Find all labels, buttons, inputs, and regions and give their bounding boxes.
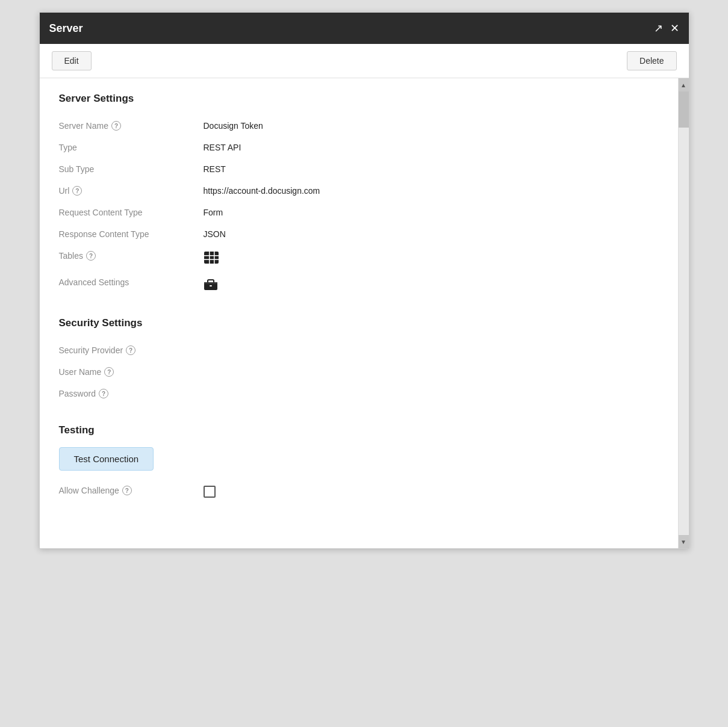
field-row-sub-type: Sub Type REST — [59, 159, 659, 181]
label-password: Password ? — [59, 389, 204, 398]
label-allow-challenge: Allow Challenge ? — [59, 486, 204, 495]
label-response-content-type: Response Content Type — [59, 229, 204, 239]
value-server-name: Docusign Token — [204, 121, 659, 131]
server-settings-section: Server Settings Server Name ? Docusign T… — [59, 93, 659, 298]
server-settings-title: Server Settings — [59, 93, 659, 105]
scrollbar: ▲ ▼ — [678, 78, 689, 548]
window-title: Server — [49, 22, 83, 35]
field-row-allow-challenge: Allow Challenge ? — [59, 480, 659, 505]
briefcase-svg — [204, 277, 218, 291]
field-row-security-provider: Security Provider ? — [59, 340, 659, 362]
scrollbar-thumb[interactable] — [679, 91, 689, 128]
toolbar: Edit Delete — [40, 44, 689, 78]
title-bar: Server ↗ ✕ — [40, 13, 689, 44]
svg-rect-2 — [204, 259, 219, 261]
label-url: Url ? — [59, 186, 204, 196]
server-settings-fields: Server Name ? Docusign Token Type REST A… — [59, 116, 659, 298]
testing-section: Testing Test Connection Allow Challenge … — [59, 424, 659, 505]
svg-rect-8 — [210, 285, 212, 286]
test-connection-button[interactable]: Test Connection — [59, 447, 154, 471]
content-area: Server Settings Server Name ? Docusign T… — [40, 78, 689, 548]
value-sub-type: REST — [204, 164, 659, 174]
field-row-user-name: User Name ? — [59, 362, 659, 383]
help-icon-security-provider[interactable]: ? — [126, 345, 135, 355]
value-allow-challenge — [204, 486, 659, 500]
label-tables: Tables ? — [59, 251, 204, 261]
value-tables[interactable] — [204, 251, 659, 267]
window-controls: ↗ ✕ — [654, 23, 679, 34]
scrollbar-track[interactable] — [679, 91, 689, 535]
help-icon-user-name[interactable]: ? — [104, 367, 114, 377]
field-row-tables: Tables ? — [59, 246, 659, 272]
edit-button[interactable]: Edit — [52, 51, 92, 70]
briefcase-icon[interactable] — [204, 280, 218, 293]
svg-rect-4 — [214, 252, 215, 264]
delete-button[interactable]: Delete — [627, 51, 676, 70]
field-row-advanced-settings: Advanced Settings — [59, 272, 659, 298]
svg-rect-3 — [209, 252, 210, 264]
allow-challenge-checkbox[interactable] — [204, 486, 216, 498]
main-content: Server Settings Server Name ? Docusign T… — [40, 78, 678, 548]
field-row-server-name: Server Name ? Docusign Token — [59, 116, 659, 137]
tables-icon[interactable] — [204, 252, 219, 267]
label-type: Type — [59, 143, 204, 152]
value-request-content-type: Form — [204, 208, 659, 217]
scroll-down-arrow[interactable]: ▼ — [679, 535, 689, 548]
label-server-name: Server Name ? — [59, 121, 204, 131]
value-url: https://account-d.docusign.com — [204, 186, 659, 196]
scroll-up-arrow[interactable]: ▲ — [679, 78, 689, 91]
help-icon-tables[interactable]: ? — [86, 251, 96, 261]
label-sub-type: Sub Type — [59, 164, 204, 174]
label-request-content-type: Request Content Type — [59, 208, 204, 217]
label-security-provider: Security Provider ? — [59, 345, 204, 355]
label-user-name: User Name ? — [59, 367, 204, 377]
help-icon-url[interactable]: ? — [72, 186, 82, 196]
field-row-url: Url ? https://account-d.docusign.com — [59, 181, 659, 202]
server-window: Server ↗ ✕ Edit Delete Server Settings S… — [39, 12, 689, 549]
table-grid-svg — [204, 251, 219, 264]
svg-rect-0 — [204, 252, 219, 264]
value-type: REST API — [204, 143, 659, 152]
field-row-type: Type REST API — [59, 137, 659, 159]
security-settings-fields: Security Provider ? User Name ? — [59, 340, 659, 405]
close-icon[interactable]: ✕ — [670, 23, 679, 34]
help-icon-server-name[interactable]: ? — [111, 121, 121, 131]
field-row-response-content-type: Response Content Type JSON — [59, 224, 659, 246]
label-advanced-settings: Advanced Settings — [59, 277, 204, 287]
svg-rect-1 — [204, 255, 219, 256]
help-icon-password[interactable]: ? — [99, 389, 108, 398]
testing-title: Testing — [59, 424, 659, 436]
security-settings-section: Security Settings Security Provider ? Us — [59, 317, 659, 405]
field-row-request-content-type: Request Content Type Form — [59, 202, 659, 224]
value-response-content-type: JSON — [204, 229, 659, 239]
value-advanced-settings[interactable] — [204, 277, 659, 292]
security-settings-title: Security Settings — [59, 317, 659, 329]
svg-rect-7 — [204, 282, 217, 284]
help-icon-allow-challenge[interactable]: ? — [122, 486, 132, 495]
expand-icon[interactable]: ↗ — [654, 23, 663, 34]
field-row-password: Password ? — [59, 383, 659, 405]
